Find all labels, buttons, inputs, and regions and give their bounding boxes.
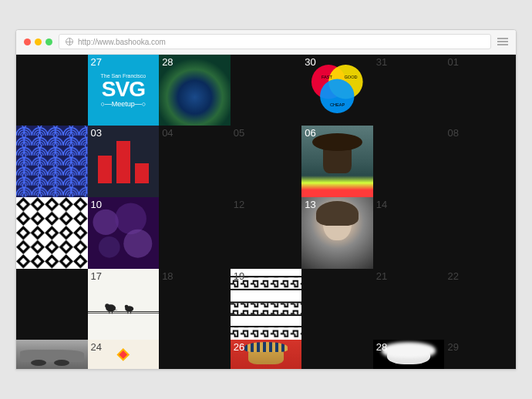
diamond-pattern-tile[interactable] (16, 197, 88, 269)
calendar-cell: 05 (231, 126, 302, 197)
calendar-cell (301, 269, 373, 340)
calendar-cell: 12 (231, 197, 302, 269)
day-number: 19 (234, 270, 244, 282)
svg-rect-31 (231, 303, 302, 314)
page-viewport: The San FranciscoSVG○—Meetup—○2728FASTGO… (16, 55, 516, 369)
svg-point-20 (105, 303, 109, 308)
day-number: 12 (234, 199, 244, 210)
calendar-cell[interactable]: 26 (231, 340, 302, 369)
calendar-cell[interactable] (16, 197, 88, 269)
calendar-cell: 22 (444, 269, 516, 340)
calendar-cell[interactable]: The San FranciscoSVG○—Meetup—○27 (88, 55, 160, 126)
day-number: 28 (376, 341, 387, 353)
menu-icon[interactable] (497, 38, 508, 45)
calendar-cell: 01 (444, 55, 516, 126)
day-number: 18 (162, 270, 173, 282)
car-photo-tile[interactable] (16, 340, 88, 369)
globe-icon (66, 38, 73, 45)
svg-rect-11 (16, 126, 88, 197)
svg-text:GOOD: GOOD (345, 75, 358, 79)
calendar-cell (159, 197, 231, 269)
svg-rect-35 (231, 326, 302, 327)
day-number: 08 (447, 127, 458, 139)
calendar-cell[interactable]: 19 (231, 269, 302, 340)
day-number: 29 (447, 341, 458, 353)
calendar-cell (16, 269, 88, 340)
minimize-dot[interactable] (35, 39, 42, 45)
calendar-cell (16, 55, 88, 126)
calendar-cell[interactable] (16, 340, 88, 369)
meetup-label: ○—Meetup—○ (100, 100, 146, 108)
calendar-cell[interactable]: 13 (301, 197, 373, 269)
calendar-cell: 29 (444, 340, 516, 369)
address-bar[interactable]: http://www.bashooka.com (59, 34, 491, 49)
calendar-grid: The San FranciscoSVG○—Meetup—○2728FASTGO… (16, 55, 516, 369)
day-number: 14 (376, 199, 387, 210)
svg-point-14 (93, 210, 118, 235)
calendar-cell[interactable]: 03 (88, 126, 160, 197)
day-number: 21 (376, 270, 387, 282)
svg-rect-30 (231, 289, 302, 290)
svg-point-17 (98, 236, 120, 258)
calendar-cell[interactable]: 24 (88, 340, 160, 369)
calendar-cell (159, 340, 231, 369)
day-number: 13 (305, 199, 315, 210)
calendar-cell[interactable]: 06 (301, 126, 373, 197)
svg-text:CHEAP: CHEAP (330, 102, 345, 106)
calendar-cell (373, 126, 445, 197)
svg-rect-34 (231, 327, 302, 337)
calendar-cell (444, 197, 516, 269)
svg-rect-32 (231, 301, 302, 303)
svg-text:FAST: FAST (322, 75, 332, 79)
svg-point-16 (123, 230, 152, 258)
browser-window: http://www.bashooka.com The San Francisc… (15, 29, 517, 370)
day-number: 06 (305, 127, 315, 139)
day-number: 26 (234, 341, 244, 353)
calendar-cell[interactable] (16, 126, 88, 197)
calendar-cell[interactable]: 28 (373, 340, 445, 369)
day-number: 10 (91, 199, 102, 210)
maximize-dot[interactable] (45, 39, 52, 45)
day-number: 22 (447, 270, 458, 282)
window-controls (24, 39, 52, 45)
day-number: 30 (305, 56, 315, 68)
calendar-cell: 08 (444, 126, 516, 197)
day-number: 28 (162, 56, 173, 68)
calendar-cell[interactable]: 10 (88, 197, 160, 269)
day-number: 24 (91, 341, 102, 353)
browser-chrome: http://www.bashooka.com (16, 30, 516, 55)
calendar-cell: 04 (159, 126, 231, 197)
svg-point-2 (320, 79, 354, 112)
sf-label: The San Francisco (100, 73, 146, 79)
svg-rect-13 (16, 197, 88, 269)
calendar-cell[interactable]: 28 (159, 55, 231, 126)
calendar-cell (231, 55, 302, 126)
calendar-cell: 18 (159, 269, 231, 340)
svg-point-15 (115, 203, 146, 234)
day-number: 04 (162, 127, 173, 139)
calendar-cell[interactable]: 17 (88, 269, 160, 340)
wave-pattern-tile[interactable] (16, 126, 88, 197)
day-number: 31 (376, 56, 387, 68)
svg-label: SVG (102, 79, 145, 100)
calendar-cell: 21 (373, 269, 445, 340)
calendar-cell (301, 340, 373, 369)
url-text: http://www.bashooka.com (78, 38, 166, 46)
day-number: 01 (447, 56, 458, 68)
calendar-cell: 14 (373, 197, 445, 269)
day-number: 27 (91, 56, 102, 68)
day-number: 17 (91, 270, 102, 282)
day-number: 05 (234, 127, 244, 139)
close-dot[interactable] (24, 39, 31, 45)
svg-rect-33 (231, 314, 302, 316)
svg-point-24 (124, 304, 128, 308)
calendar-cell[interactable]: FASTGOODCHEAP30 (301, 55, 373, 126)
calendar-cell: 31 (373, 55, 445, 126)
day-number: 03 (91, 127, 102, 139)
